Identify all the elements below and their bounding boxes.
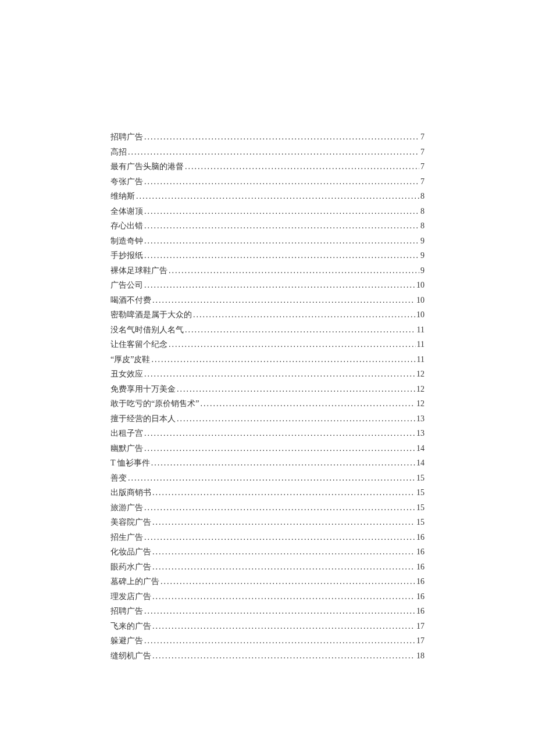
toc-entry: 广告公司10 [110, 278, 425, 293]
toc-entry: 招聘广告7 [110, 130, 425, 145]
toc-entry-title: 擅于经营的日本人 [110, 411, 176, 427]
toc-entry-page: 16 [416, 589, 425, 604]
toc-entry: 善变15 [110, 471, 425, 486]
toc-entry-title: 密勒啤酒是属于大众的 [110, 307, 192, 323]
toc-leader-dots [144, 218, 419, 234]
toc-entry-page: 15 [416, 515, 425, 530]
toc-entry-page: 17 [416, 619, 425, 634]
toc-entry: 招生广告16 [110, 530, 425, 545]
toc-entry: 招聘广告16 [110, 604, 425, 619]
toc-entry: 出版商销书15 [110, 485, 425, 500]
toc-entry: 夸张广告7 [110, 174, 425, 189]
toc-entry-title: 最有广告头脑的港督 [110, 159, 184, 174]
toc-entry: 幽默广告14 [110, 441, 425, 456]
toc-entry-title: “厚皮”皮鞋 [110, 352, 150, 367]
toc-leader-dots [177, 382, 415, 397]
toc-leader-dots [152, 293, 415, 308]
toc-leader-dots [193, 307, 415, 323]
toc-entry-page: 11 [417, 323, 425, 338]
toc-entry-page: 13 [416, 426, 425, 441]
toc-entry: 喝酒不付费10 [110, 293, 425, 308]
toc-entry-page: 16 [416, 560, 425, 575]
toc-leader-dots [151, 456, 415, 471]
toc-entry-page: 9 [420, 234, 425, 249]
toc-entry-page: 18 [416, 648, 425, 664]
toc-entry-title: 美容院广告 [110, 515, 151, 530]
toc-entry-page: 11 [417, 337, 425, 352]
toc-entry-page: 15 [416, 471, 425, 486]
toc-leader-dots [177, 411, 415, 427]
toc-entry-page: 8 [420, 189, 425, 204]
toc-entry-page: 15 [416, 500, 425, 515]
toc-entry-page: 16 [416, 544, 425, 560]
toc-entry-page: 10 [416, 278, 425, 293]
toc-entry-page: 10 [416, 307, 425, 323]
toc-entry-title: 缝纫机广告 [110, 648, 151, 664]
toc-entry-page: 13 [416, 411, 425, 427]
toc-leader-dots [185, 323, 416, 338]
toc-entry-title: 善变 [110, 471, 127, 486]
toc-leader-dots [144, 604, 415, 619]
toc-entry-title: 招聘广告 [110, 130, 143, 145]
toc-entry-title: 化妆品广告 [110, 544, 151, 560]
toc-entry-page: 7 [420, 159, 425, 174]
toc-entry: 理发店广告16 [110, 589, 425, 604]
toc-entry-title: 理发店广告 [110, 589, 151, 604]
toc-entry: 躲避广告17 [110, 633, 425, 648]
toc-leader-dots [152, 485, 415, 500]
toc-entry: 高招7 [110, 145, 425, 160]
toc-entry-title: 旅游广告 [110, 500, 143, 515]
toc-entry: 制造奇钟9 [110, 234, 425, 249]
toc-entry-title: 维纳斯 [110, 189, 135, 204]
toc-entry-title: 幽默广告 [110, 441, 143, 456]
toc-leader-dots [144, 248, 419, 263]
toc-entry-page: 16 [416, 530, 425, 545]
toc-entry-page: 14 [416, 456, 425, 471]
toc-entry: 丑女效应12 [110, 367, 425, 382]
toc-leader-dots [144, 500, 415, 515]
toc-leader-dots [169, 263, 419, 278]
toc-leader-dots [144, 530, 415, 545]
toc-leader-dots [144, 174, 419, 189]
toc-entry-title: 夸张广告 [110, 174, 143, 189]
toc-entry-title: 没名气时借别人名气 [110, 323, 184, 338]
toc-entry: 没名气时借别人名气11 [110, 323, 425, 338]
toc-leader-dots [144, 278, 415, 293]
toc-leader-dots [152, 560, 415, 575]
toc-entry-title: 敢于吃亏的“原价销售术” [110, 396, 199, 411]
toc-leader-dots [144, 426, 415, 441]
toc-leader-dots [185, 159, 419, 174]
toc-leader-dots [152, 648, 415, 664]
toc-leader-dots [144, 441, 415, 456]
toc-entry-page: 8 [420, 218, 425, 234]
toc-leader-dots [128, 145, 419, 160]
toc-entry: 缝纫机广告18 [110, 648, 425, 664]
toc-leader-dots [152, 544, 415, 560]
toc-entry-title: 让住客留个纪念 [110, 337, 167, 352]
toc-entry-title: 墓碑上的广告 [110, 574, 159, 589]
toc-entry-page: 15 [416, 485, 425, 500]
toc-leader-dots [200, 396, 415, 411]
toc-entry-title: 出租子宫 [110, 426, 143, 441]
toc-leader-dots [151, 352, 415, 367]
toc-entry: 擅于经营的日本人13 [110, 411, 425, 427]
toc-entry: 密勒啤酒是属于大众的10 [110, 307, 425, 323]
toc-leader-dots [128, 471, 415, 486]
toc-entry-page: 8 [420, 204, 425, 219]
toc-entry: 出租子宫13 [110, 426, 425, 441]
toc-entry-title: 广告公司 [110, 278, 143, 293]
toc-entry-title: 高招 [110, 145, 127, 160]
toc-leader-dots [152, 619, 415, 634]
toc-entry: 眼药水广告16 [110, 560, 425, 575]
toc-leader-dots [160, 574, 415, 589]
toc-entry-page: 17 [416, 633, 425, 648]
toc-entry: 免费享用十万美金12 [110, 382, 425, 397]
toc-entry: 化妆品广告16 [110, 544, 425, 560]
toc-leader-dots [169, 337, 416, 352]
toc-entry: 墓碑上的广告16 [110, 574, 425, 589]
toc-leader-dots [144, 204, 419, 219]
toc-entry: 美容院广告15 [110, 515, 425, 530]
toc-entry: 存心出错8 [110, 218, 425, 234]
toc-entry-page: 9 [420, 263, 425, 278]
toc-entry-title: 存心出错 [110, 218, 143, 234]
